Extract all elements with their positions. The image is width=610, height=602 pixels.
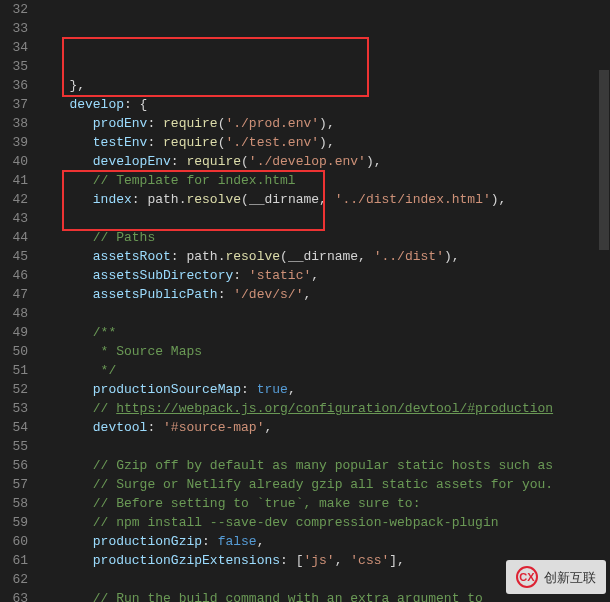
code-line[interactable]: */ <box>46 361 610 380</box>
token-prop: assetsPublicPath <box>93 287 218 302</box>
token-punc: , <box>288 382 296 397</box>
line-number: 59 <box>6 513 28 532</box>
line-number: 34 <box>6 38 28 57</box>
token-punc: : { <box>124 97 147 112</box>
line-number: 43 <box>6 209 28 228</box>
code-line[interactable]: }, <box>46 76 610 95</box>
line-number: 36 <box>6 76 28 95</box>
line-number: 63 <box>6 589 28 602</box>
token-punc: ( <box>241 154 249 169</box>
token-var: path <box>147 192 178 207</box>
token-prop: prodEnv <box>93 116 148 131</box>
token-punc: ), <box>444 249 460 264</box>
token-punc: ], <box>389 553 405 568</box>
line-number: 41 <box>6 171 28 190</box>
token-punc: : <box>218 287 234 302</box>
token-prop: devtool <box>93 420 148 435</box>
token-prop: productionGzipExtensions <box>93 553 280 568</box>
token-punc: : <box>147 420 163 435</box>
token-punc: , <box>311 268 319 283</box>
line-number: 58 <box>6 494 28 513</box>
token-func: require <box>163 135 218 150</box>
token-punc: : <box>233 268 249 283</box>
token-func: resolve <box>225 249 280 264</box>
token-com: // Template for index.html <box>93 173 296 188</box>
line-number: 37 <box>6 95 28 114</box>
code-line[interactable] <box>46 209 610 228</box>
line-number: 38 <box>6 114 28 133</box>
code-line[interactable]: develop: { <box>46 95 610 114</box>
token-com: */ <box>93 363 116 378</box>
line-number: 51 <box>6 361 28 380</box>
code-line[interactable] <box>46 437 610 456</box>
token-com: // Paths <box>93 230 155 245</box>
token-punc: , <box>303 287 311 302</box>
line-number: 62 <box>6 570 28 589</box>
line-number: 60 <box>6 532 28 551</box>
line-number: 44 <box>6 228 28 247</box>
token-com: // Before setting to `true`, make sure t… <box>93 496 421 511</box>
code-line[interactable]: // Gzip off by default as many popular s… <box>46 456 610 475</box>
token-punc: : <box>171 249 187 264</box>
token-punc: ), <box>366 154 382 169</box>
code-line[interactable]: // npm install --save-dev compression-we… <box>46 513 610 532</box>
watermark-text: 创新互联 <box>544 568 596 587</box>
code-line[interactable]: testEnv: require('./test.env'), <box>46 133 610 152</box>
line-number: 32 <box>6 0 28 19</box>
token-prop: develop <box>69 97 124 112</box>
line-number: 39 <box>6 133 28 152</box>
line-number: 52 <box>6 380 28 399</box>
watermark: CX 创新互联 <box>506 560 606 594</box>
token-punc: : <box>241 382 257 397</box>
watermark-logo-icon: CX <box>516 566 538 588</box>
code-line[interactable]: prodEnv: require('./prod.env'), <box>46 114 610 133</box>
token-str: '../dist/index.html' <box>335 192 491 207</box>
code-area[interactable]: }, develop: { prodEnv: require('./prod.e… <box>46 0 610 602</box>
vertical-scrollbar[interactable] <box>598 0 610 602</box>
token-prop: index <box>93 192 132 207</box>
code-editor[interactable]: 3233343536373839404142434445464748495051… <box>0 0 610 602</box>
code-line[interactable]: // Template for index.html <box>46 171 610 190</box>
token-punc: }, <box>69 78 85 93</box>
line-number: 61 <box>6 551 28 570</box>
line-number: 40 <box>6 152 28 171</box>
token-str: 'js' <box>303 553 334 568</box>
code-line[interactable]: assetsPublicPath: '/dev/s/', <box>46 285 610 304</box>
code-line[interactable]: // Surge or Netlify already gzip all sta… <box>46 475 610 494</box>
code-line[interactable]: assetsRoot: path.resolve(__dirname, '../… <box>46 247 610 266</box>
code-line[interactable]: index: path.resolve(__dirname, '../dist/… <box>46 190 610 209</box>
line-number: 47 <box>6 285 28 304</box>
token-punc: , <box>264 420 272 435</box>
token-prop: assetsSubDirectory <box>93 268 233 283</box>
code-line[interactable]: /** <box>46 323 610 342</box>
token-punc: : <box>202 534 218 549</box>
code-line[interactable]: // https://webpack.js.org/configuration/… <box>46 399 610 418</box>
line-number: 35 <box>6 57 28 76</box>
token-punc: ( <box>280 249 288 264</box>
token-func: resolve <box>186 192 241 207</box>
code-line[interactable]: * Source Maps <box>46 342 610 361</box>
token-com: * Source Maps <box>93 344 202 359</box>
code-line[interactable]: developEnv: require('./develop.env'), <box>46 152 610 171</box>
token-bool: true <box>257 382 288 397</box>
token-punc: ), <box>491 192 507 207</box>
scrollbar-thumb[interactable] <box>599 70 609 250</box>
code-line[interactable]: assetsSubDirectory: 'static', <box>46 266 610 285</box>
token-punc: : [ <box>280 553 303 568</box>
code-line[interactable]: productionGzip: false, <box>46 532 610 551</box>
code-line[interactable]: // Paths <box>46 228 610 247</box>
token-str: 'css' <box>350 553 389 568</box>
token-punc: ), <box>319 116 335 131</box>
token-prop: productionGzip <box>93 534 202 549</box>
line-number: 42 <box>6 190 28 209</box>
code-line[interactable]: productionSourceMap: true, <box>46 380 610 399</box>
token-punc: , <box>319 192 335 207</box>
line-number: 53 <box>6 399 28 418</box>
token-com: // Gzip off by default as many popular s… <box>93 458 553 473</box>
token-com: // <box>93 401 116 416</box>
code-line[interactable]: devtool: '#source-map', <box>46 418 610 437</box>
line-number: 56 <box>6 456 28 475</box>
code-line[interactable]: // Before setting to `true`, make sure t… <box>46 494 610 513</box>
line-number: 33 <box>6 19 28 38</box>
code-line[interactable] <box>46 304 610 323</box>
